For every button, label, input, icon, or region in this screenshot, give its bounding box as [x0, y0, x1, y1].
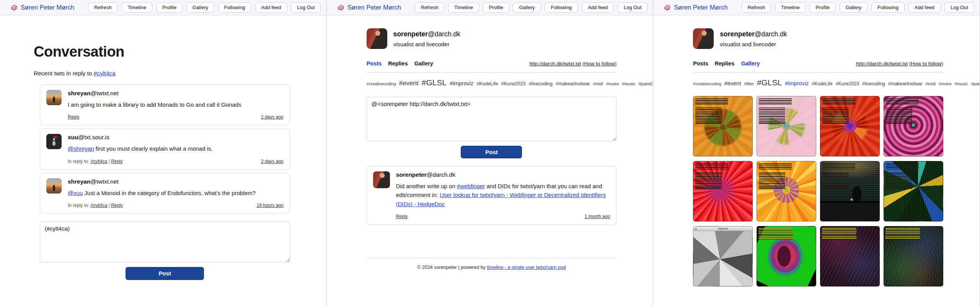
tab-gallery[interactable]: Gallery	[414, 60, 433, 67]
nav-button[interactable]: Following	[218, 2, 251, 13]
reply-link[interactable]: Reply	[111, 159, 123, 164]
profile-name: sorenpeter@darch.dk	[393, 30, 460, 38]
nav-button[interactable]: Timeline	[122, 2, 153, 13]
app-header: Søren Peter Mørch RefreshTimelineProfile…	[653, 0, 980, 15]
hashtag-link[interactable]: #event	[724, 80, 741, 86]
hashtag-link[interactable]: #music	[622, 81, 636, 86]
hashtag-link[interactable]: #livecoding	[862, 81, 885, 86]
post-button[interactable]: Post	[461, 146, 522, 158]
gallery-image[interactable]	[884, 96, 943, 156]
hashtag-link[interactable]: #music	[955, 81, 968, 86]
gallery-image[interactable]	[820, 161, 880, 221]
how-to-follow-link[interactable]: How to follow	[584, 61, 615, 67]
post-composer-textarea[interactable]: @<sorenpeter http://darch.dk/twtxt.txt>	[367, 97, 617, 141]
nav-button[interactable]: Timeline	[775, 2, 806, 13]
in-reply-hash-link[interactable]: #cylt4ca	[90, 159, 107, 164]
feed-url-link[interactable]: http://darch.dk/twtxt.txt	[529, 61, 581, 67]
gallery-image[interactable]	[693, 161, 753, 221]
powered-by-link[interactable]: timeline - a single user twtxt/yarn pod	[487, 265, 566, 270]
hashtag-link[interactable]: #moire	[606, 81, 619, 86]
gallery-image[interactable]	[693, 96, 753, 156]
nav-button[interactable]: Profile	[483, 2, 509, 13]
nav-buttons: RefreshTimelineProfileGalleryFollowingAd…	[415, 2, 647, 13]
hashtag-link[interactable]: #midi	[926, 81, 936, 86]
hashtag-link[interactable]: #KodeLife	[812, 81, 833, 86]
hashtag-link[interactable]: #creativecoding	[367, 81, 396, 86]
gallery-image[interactable]	[757, 96, 816, 156]
nav-button[interactable]: Gallery	[840, 2, 867, 13]
gallery-image[interactable]	[820, 226, 880, 286]
mention-link[interactable]: @shreyan	[68, 145, 94, 152]
nav-button[interactable]: Following	[545, 2, 578, 13]
twt-nick[interactable]: sorenpeter	[396, 171, 427, 178]
twt-nick[interactable]: shreyan	[68, 90, 90, 96]
nav-button[interactable]: Log Out	[618, 2, 647, 13]
gallery-image[interactable]: Improviz	[693, 226, 753, 286]
nav-button[interactable]: Refresh	[88, 2, 118, 13]
timestamp-link[interactable]: 19 hours ago	[257, 203, 284, 208]
nav-button[interactable]: Gallery	[513, 2, 541, 13]
reply-link[interactable]: Reply	[111, 203, 123, 208]
nav-button[interactable]: Refresh	[742, 2, 771, 13]
nav-button[interactable]: Add feed	[255, 2, 287, 13]
hashtag-link[interactable]: #paintOver	[638, 81, 653, 86]
post-button[interactable]: Post	[126, 267, 204, 280]
timestamp-link[interactable]: 2 days ago	[261, 114, 284, 120]
code-overlay-icon	[695, 163, 732, 191]
twt-text: Did another write up on	[396, 183, 457, 189]
nav-button[interactable]: Log Out	[291, 2, 321, 13]
twt-card: shreyan@twtxt.net @xuu Just a Monoid in …	[40, 173, 290, 214]
hashtag-link[interactable]: #event	[399, 80, 419, 87]
hashtag-link[interactable]: #midi	[593, 81, 603, 86]
twt-nick[interactable]: shreyan	[68, 178, 90, 185]
timestamp-link[interactable]: 1 month ago	[585, 214, 610, 219]
nav-button[interactable]: Following	[871, 2, 905, 13]
brand[interactable]: Søren Peter Mørch	[337, 3, 401, 11]
hashtag-link[interactable]: #improviz	[785, 80, 809, 86]
hashtag-link[interactable]: #filter	[744, 81, 754, 86]
hashtag-link[interactable]: #improviz	[450, 80, 473, 86]
gallery-image[interactable]	[757, 161, 816, 221]
tab-posts[interactable]: Posts	[693, 60, 708, 67]
tab-posts[interactable]: Posts	[367, 60, 382, 67]
hashtag-link[interactable]: #KodeLife	[476, 81, 498, 86]
nav-button[interactable]: Log Out	[944, 2, 974, 13]
nav-button[interactable]: Refresh	[415, 2, 445, 13]
hashtag-link[interactable]: #creativecoding	[693, 81, 721, 86]
nav-button[interactable]: Add feed	[908, 2, 941, 13]
reply-link[interactable]: Reply	[396, 214, 408, 219]
hashtag-link[interactable]: #GLSL	[757, 78, 782, 87]
how-to-follow-link[interactable]: How to follow	[911, 61, 941, 67]
nav-button[interactable]: Add feed	[582, 2, 614, 13]
hashtag-link[interactable]: #Kune2023	[501, 81, 526, 86]
nav-button[interactable]: Profile	[809, 2, 836, 13]
hashtag-link[interactable]: #makeartnotwar	[888, 81, 923, 86]
reply-link[interactable]: Reply	[68, 114, 80, 120]
hashtag-link[interactable]: #GLSL	[422, 78, 447, 87]
timestamp-link[interactable]: 2 days ago	[261, 159, 284, 164]
tab-replies[interactable]: Replies	[715, 60, 735, 67]
gallery-image[interactable]	[757, 226, 816, 286]
in-reply-hash-link[interactable]: #cylt4ca	[90, 203, 107, 208]
feed-url-link[interactable]: http://darch.dk/twtxt.txt	[856, 61, 908, 67]
hashtag-link[interactable]: #makeartnotwar	[556, 81, 590, 86]
gallery-image[interactable]	[884, 226, 943, 286]
gallery-image[interactable]	[884, 161, 943, 221]
nav-button[interactable]: Gallery	[186, 2, 214, 13]
brand[interactable]: Søren Peter Mørch	[663, 3, 727, 11]
gallery-image[interactable]	[820, 96, 880, 156]
hashtag-link[interactable]: #webfinger	[457, 183, 485, 189]
conversation-hash-link[interactable]: #cylt4ca	[94, 70, 116, 76]
hashtag-link[interactable]: #paintOver	[971, 81, 980, 86]
tab-gallery[interactable]: Gallery	[741, 60, 760, 67]
mention-link[interactable]: @xuu	[68, 190, 83, 196]
nav-button[interactable]: Profile	[156, 2, 183, 13]
reply-composer-textarea[interactable]: (#cylt4ca)	[40, 221, 290, 262]
tab-replies[interactable]: Replies	[388, 60, 408, 67]
hashtag-link[interactable]: #livecoding	[528, 81, 553, 86]
nav-button[interactable]: Timeline	[448, 2, 479, 13]
twt-nick[interactable]: xuu	[68, 134, 78, 140]
hashtag-link[interactable]: #Kune2023	[836, 81, 859, 86]
brand[interactable]: Søren Peter Mørch	[10, 3, 74, 11]
hashtag-link[interactable]: #moire	[939, 81, 952, 86]
